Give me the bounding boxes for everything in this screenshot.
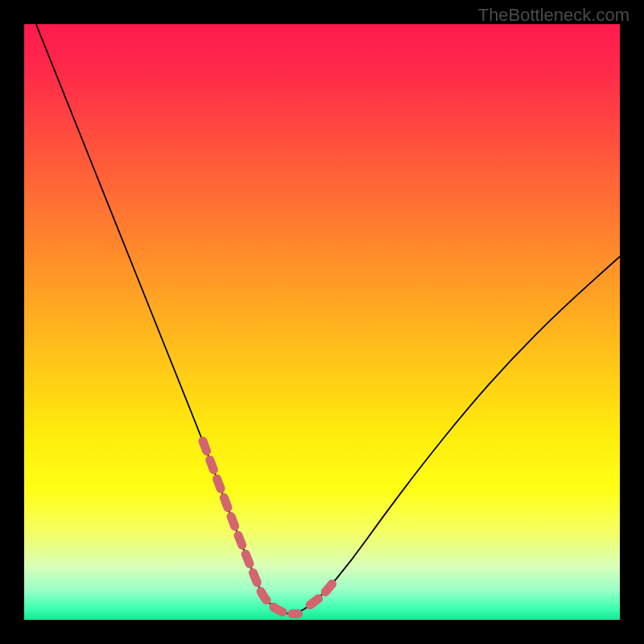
- chart-plot-area: [24, 24, 620, 620]
- curve-accent-left: [203, 441, 298, 614]
- curve-accent-right: [310, 582, 334, 605]
- bottleneck-curve: [24, 24, 620, 620]
- curve-line: [36, 24, 620, 614]
- watermark-text: TheBottleneck.com: [478, 5, 630, 26]
